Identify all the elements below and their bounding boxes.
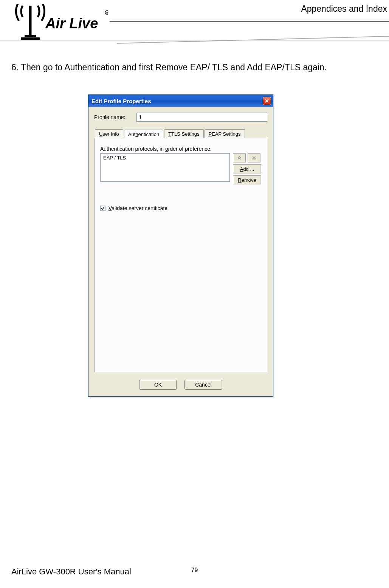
- svg-text:Air Live: Air Live: [45, 15, 98, 31]
- protocol-buttons: Add ... Remove: [233, 153, 261, 184]
- header-rule-dark: [110, 21, 389, 22]
- manual-title: AirLive GW-300R User's Manual: [11, 567, 131, 577]
- page-number: 79: [191, 567, 198, 574]
- section-title: Appendices and Index: [301, 4, 389, 14]
- move-up-button[interactable]: [233, 153, 246, 162]
- protocols-row: EAP / TLS: [100, 153, 261, 184]
- validate-cert-label: Validate server certificate: [108, 205, 167, 211]
- tab-authentication[interactable]: Authentication: [124, 130, 163, 138]
- close-button[interactable]: ✕: [263, 97, 271, 105]
- instruction-text: 6. Then go to Authentication and first R…: [11, 62, 378, 73]
- edit-profile-dialog: Edit Profile Properties ✕ Profile name: …: [88, 94, 273, 397]
- check-icon: [101, 206, 105, 210]
- tab-panel-authentication: Authentication protocols, in order of pr…: [94, 138, 267, 372]
- dialog-title: Edit Profile Properties: [91, 98, 263, 104]
- profile-name-label: Profile name:: [94, 114, 125, 120]
- page-header: Air Live R Appendices and Index: [0, 0, 389, 49]
- airlive-logo: Air Live R: [9, 4, 108, 42]
- ok-button[interactable]: OK: [139, 380, 177, 390]
- tab-strip: User Info Authentication TTLS Settings P…: [95, 129, 267, 138]
- tab-peap-settings[interactable]: PEAP Settings: [205, 129, 245, 138]
- dialog-titlebar: Edit Profile Properties ✕: [88, 95, 273, 107]
- tab-user-info[interactable]: User Info: [95, 129, 123, 138]
- validate-cert-row: Validate server certificate: [100, 205, 261, 211]
- header-rule-light: [0, 40, 389, 55]
- add-button[interactable]: Add ...: [233, 164, 261, 173]
- chevron-double-down-icon: [251, 155, 257, 161]
- profile-name-input[interactable]: [136, 113, 267, 122]
- validate-cert-checkbox[interactable]: [100, 206, 105, 211]
- dialog-body: Profile name: User Info Authentication T…: [88, 107, 273, 374]
- auth-protocols-label: Authentication protocols, in order of pr…: [100, 146, 261, 152]
- protocols-listbox[interactable]: EAP / TLS: [100, 153, 230, 182]
- remove-button[interactable]: Remove: [233, 175, 261, 184]
- close-icon: ✕: [265, 98, 269, 104]
- list-item[interactable]: EAP / TLS: [102, 155, 228, 161]
- dialog-footer: OK Cancel: [88, 374, 273, 396]
- move-down-button[interactable]: [248, 153, 260, 162]
- chevron-double-up-icon: [237, 155, 242, 161]
- tab-ttls-settings[interactable]: TTLS Settings: [164, 129, 203, 138]
- svg-text:R: R: [106, 11, 108, 15]
- profile-name-row: Profile name:: [94, 113, 267, 122]
- page-footer: AirLive GW-300R User's Manual 79: [11, 567, 378, 577]
- cancel-button[interactable]: Cancel: [184, 380, 222, 390]
